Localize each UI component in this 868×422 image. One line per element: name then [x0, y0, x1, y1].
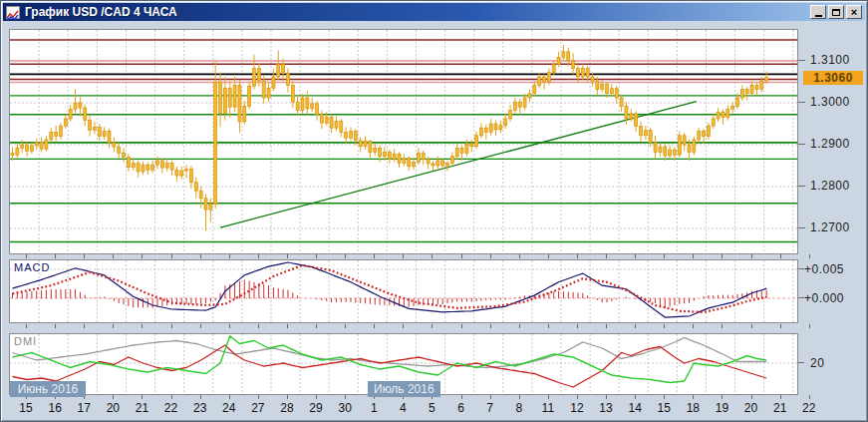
date-axis-label: 18 — [680, 401, 706, 415]
date-axis-tick — [751, 254, 752, 258]
date-axis-tick — [577, 254, 578, 258]
date-axis-tick — [664, 254, 665, 258]
date-axis-tick — [461, 395, 462, 399]
macd-axis-tick — [798, 268, 804, 269]
date-axis-tick — [751, 324, 752, 328]
date-axis-tick — [345, 254, 346, 258]
date-axis-label: 8 — [506, 401, 532, 415]
date-axis-tick — [751, 395, 752, 399]
price-axis-label: 1.2900 — [810, 137, 850, 151]
dmi-axis-tick — [798, 362, 804, 363]
date-axis-tick — [142, 395, 143, 399]
date-axis-tick — [693, 254, 694, 258]
date-axis-tick — [55, 324, 56, 328]
date-axis-tick — [548, 395, 549, 399]
date-axis-label: 15 — [13, 401, 39, 415]
date-axis-tick — [374, 254, 375, 258]
date-axis-tick — [780, 395, 781, 399]
date-axis-label: 19 — [709, 401, 734, 415]
date-axis-label: 21 — [767, 401, 793, 415]
macd-chart[interactable] — [10, 260, 797, 322]
maximize-button[interactable] — [828, 5, 844, 19]
date-axis-tick — [577, 324, 578, 328]
date-axis-tick — [577, 395, 578, 399]
maximize-icon — [832, 9, 840, 16]
minimize-button[interactable] — [810, 5, 826, 19]
date-axis-tick — [142, 324, 143, 328]
date-axis-tick — [55, 254, 56, 258]
title-bar[interactable]: График USD /CAD 4 ЧАСА × — [3, 3, 865, 21]
date-axis-label: 30 — [332, 401, 358, 415]
date-axis-label: 27 — [245, 401, 271, 415]
current-price-badge: 1.3060 — [803, 71, 863, 85]
date-axis-label: 22 — [158, 401, 184, 415]
date-axis-tick — [229, 324, 230, 328]
date-axis-tick — [84, 324, 85, 328]
date-axis-label: 11 — [535, 401, 561, 415]
price-axis-tick — [798, 60, 805, 61]
date-axis-tick — [171, 254, 172, 258]
close-button[interactable]: × — [846, 5, 862, 19]
macd-axis-tick — [798, 297, 804, 298]
chart-window-icon — [6, 6, 20, 19]
price-axis-tick — [798, 186, 805, 187]
dmi-label: DMI — [14, 335, 37, 347]
date-axis-tick — [229, 254, 230, 258]
window-controls: × — [810, 5, 862, 19]
date-axis-tick — [316, 395, 317, 399]
date-axis-tick — [780, 254, 781, 258]
date-axis-tick — [142, 254, 143, 258]
month-badge-june: Июнь 2016 — [10, 381, 86, 397]
date-axis-label: 22 — [796, 401, 822, 415]
date-axis-tick — [664, 324, 665, 328]
date-axis-tick — [113, 254, 114, 258]
date-axis-tick — [258, 254, 259, 258]
date-axis-label: 16 — [42, 401, 68, 415]
date-axis-label: 4 — [390, 401, 416, 415]
date-axis-tick — [809, 395, 810, 399]
date-axis-tick — [345, 395, 346, 399]
date-axis-tick — [519, 254, 520, 258]
date-axis-tick — [316, 324, 317, 328]
price-axis-tick — [798, 144, 805, 145]
date-axis-label: 6 — [448, 401, 474, 415]
date-axis-tick — [316, 254, 317, 258]
date-axis-tick — [635, 395, 636, 399]
date-axis-label: 20 — [738, 401, 764, 415]
date-axis-tick — [490, 254, 491, 258]
price-axis-label: 1.2800 — [810, 179, 850, 193]
candlestick-chart[interactable] — [10, 30, 797, 253]
date-axis-label: 14 — [622, 401, 648, 415]
macd-axis-label-high: +0.005 — [804, 262, 844, 276]
date-axis-label: 21 — [129, 401, 154, 415]
price-axis-tick — [798, 227, 805, 228]
date-axis-tick — [635, 254, 636, 258]
date-axis-tick — [693, 395, 694, 399]
macd-panel[interactable]: MACD — [9, 259, 798, 323]
date-axis-label: 13 — [593, 401, 619, 415]
date-axis-tick — [287, 254, 288, 258]
date-axis-label: 12 — [564, 401, 590, 415]
date-axis-tick — [809, 254, 810, 258]
price-axis-label: 1.3100 — [810, 53, 850, 67]
date-axis-label: 20 — [100, 401, 126, 415]
date-axis-tick — [432, 324, 433, 328]
date-axis-label: 24 — [216, 401, 242, 415]
date-axis-tick — [84, 254, 85, 258]
date-axis-tick — [258, 324, 259, 328]
price-axis-label: 1.3000 — [810, 95, 850, 109]
date-axis-tick — [345, 324, 346, 328]
price-chart-panel[interactable] — [9, 29, 798, 254]
date-axis-tick — [26, 324, 27, 328]
price-axis-tick — [798, 102, 805, 103]
app-window: График USD /CAD 4 ЧАСА × MACD DMI 1.3060… — [0, 0, 868, 422]
date-axis-tick — [519, 395, 520, 399]
date-axis-tick — [258, 395, 259, 399]
date-axis-tick — [432, 254, 433, 258]
window-title: График USD /CAD 4 ЧАСА — [25, 5, 177, 19]
date-axis-tick — [26, 254, 27, 258]
date-axis-tick — [287, 324, 288, 328]
date-axis-label: 28 — [274, 401, 300, 415]
date-axis-tick — [461, 254, 462, 258]
date-axis-tick — [548, 254, 549, 258]
